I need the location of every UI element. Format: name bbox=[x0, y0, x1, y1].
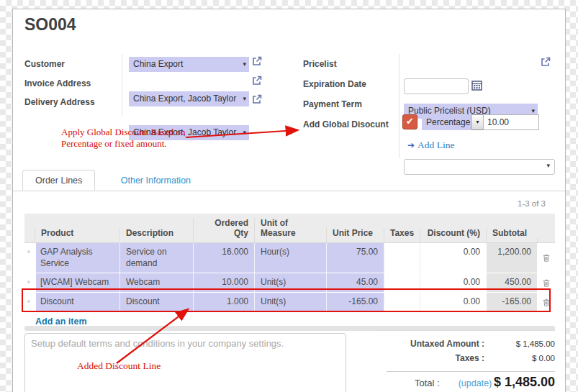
add-global-discount-label: Add Global Disocunt bbox=[303, 117, 389, 132]
cell-description[interactable]: Discount bbox=[119, 293, 193, 311]
customer-external-link-icon[interactable] bbox=[251, 55, 263, 70]
delete-row-button[interactable] bbox=[537, 293, 555, 311]
col-header-discount[interactable]: Discount (%) bbox=[420, 228, 486, 242]
total-value: $ 1,485.00 bbox=[492, 375, 555, 390]
row-handle[interactable] bbox=[24, 243, 36, 273]
col-header-product[interactable]: Product bbox=[35, 228, 119, 242]
terms-conditions-textarea[interactable] bbox=[24, 333, 346, 392]
table-row[interactable]: GAP Analysis Service Service on demand 1… bbox=[24, 243, 555, 273]
trash-icon bbox=[542, 298, 551, 307]
total-label: Total : bbox=[415, 378, 440, 388]
record-pager: 1-3 of 3 bbox=[518, 199, 546, 208]
left-form-separator bbox=[122, 54, 122, 116]
discount-type-value: Percentage bbox=[422, 114, 471, 130]
add-an-item-link[interactable]: Add an item bbox=[35, 316, 87, 327]
cell-unit-price[interactable]: 75.00 bbox=[326, 243, 384, 273]
tab-order-lines[interactable]: Order Lines bbox=[22, 170, 95, 191]
table-header-row: Product Description Ordered Qty Unit of … bbox=[24, 214, 555, 243]
cell-taxes[interactable] bbox=[384, 293, 420, 311]
global-discount-checkbox[interactable]: ✔ bbox=[402, 114, 417, 129]
delivery-address-label: Delivery Address bbox=[24, 95, 95, 109]
cell-product[interactable]: Discount bbox=[35, 293, 119, 311]
cell-qty[interactable]: 10.000 bbox=[193, 273, 254, 292]
cell-discount[interactable]: 0.00 bbox=[420, 293, 486, 311]
row-handle[interactable] bbox=[24, 273, 36, 292]
annotation-line2: Percentage or fixed amount. bbox=[61, 138, 167, 149]
chevron-down-icon: ▾ bbox=[243, 125, 246, 140]
page-title: SO004 bbox=[24, 15, 76, 35]
customer-select[interactable]: China Export ▾ bbox=[129, 57, 249, 72]
check-icon: ✔ bbox=[406, 116, 414, 127]
col-header-unit-price[interactable]: Unit Price bbox=[326, 228, 384, 242]
drag-dot-icon bbox=[27, 250, 30, 253]
trash-icon bbox=[542, 278, 551, 288]
taxes-value: $ 0.00 bbox=[484, 354, 555, 363]
untaxed-amount-label: Untaxed Amount : bbox=[376, 339, 484, 349]
col-header-subtotal[interactable]: Subtotal bbox=[486, 228, 537, 242]
cell-subtotal: 450.00 bbox=[486, 273, 537, 292]
col-header-taxes[interactable]: Taxes bbox=[384, 228, 420, 242]
cell-description[interactable]: Webcam bbox=[119, 273, 193, 292]
cell-unit-price[interactable]: 45.00 bbox=[326, 273, 384, 292]
col-header-unit-of-measure[interactable]: Unit of Measure bbox=[254, 218, 326, 242]
cell-taxes[interactable] bbox=[384, 243, 420, 273]
cell-uom[interactable]: Hour(s) bbox=[254, 243, 326, 273]
tab-bar: Order Lines Other Information bbox=[13, 169, 565, 191]
cell-discount[interactable]: 0.00 bbox=[420, 273, 486, 292]
right-form-separator bbox=[399, 54, 399, 158]
drag-dot-icon bbox=[27, 300, 30, 303]
annotation-line1: Apply Global Discount Based on bbox=[61, 127, 186, 137]
col-header-ordered-qty[interactable]: Ordered Qty bbox=[193, 218, 254, 242]
pricelist-label: Pricelist bbox=[303, 57, 337, 71]
cell-product[interactable]: [WCAM] Webcam bbox=[35, 273, 119, 292]
cell-description[interactable]: Service on demand bbox=[119, 243, 193, 273]
discount-type-select[interactable]: Percentage ▾ bbox=[422, 114, 484, 130]
update-total-link[interactable]: (update) bbox=[459, 378, 492, 388]
table-row[interactable]: [WCAM] Webcam Webcam 10.000 Unit(s) 45.0… bbox=[24, 273, 555, 293]
customer-value: China Export bbox=[133, 59, 183, 69]
chevron-down-icon: ▾ bbox=[546, 162, 550, 169]
untaxed-amount-value: $ 1,485.00 bbox=[484, 339, 555, 348]
tab-other-information[interactable]: Other Information bbox=[108, 170, 204, 191]
trash-icon bbox=[542, 253, 551, 263]
table-row-discount[interactable]: Discount Discount 1.000 Unit(s) -165.00 … bbox=[24, 293, 555, 312]
invoice-address-label: Invoice Address bbox=[24, 76, 91, 91]
delete-row-button[interactable] bbox=[537, 243, 555, 273]
discount-value-input[interactable] bbox=[483, 114, 539, 130]
cell-discount[interactable]: 0.00 bbox=[420, 243, 486, 273]
add-line-label: Add Line bbox=[417, 140, 454, 150]
pricelist-external-link-icon[interactable] bbox=[540, 56, 551, 70]
invoice-address-select[interactable]: China Export, Jacob Taylor ▾ bbox=[129, 91, 249, 106]
taxes-label: Taxes : bbox=[376, 353, 484, 363]
global-discount-annotation-text: Apply Global Discount Based on Percentag… bbox=[61, 127, 198, 150]
invoice-address-external-link-icon[interactable] bbox=[251, 75, 263, 89]
totals-panel: Untaxed Amount : $ 1,485.00 Taxes : $ 0.… bbox=[376, 330, 555, 392]
chevron-down-icon: ▾ bbox=[243, 91, 246, 106]
cell-subtotal: 1,200.00 bbox=[486, 243, 537, 273]
cell-uom[interactable]: Unit(s) bbox=[254, 273, 326, 292]
expiration-date-label: Expiration Date bbox=[303, 77, 366, 91]
col-header-description[interactable]: Description bbox=[119, 228, 193, 242]
cell-taxes[interactable] bbox=[384, 273, 420, 292]
cell-uom[interactable]: Unit(s) bbox=[254, 293, 326, 311]
invoice-address-value: China Export, Jacob Taylor bbox=[133, 94, 236, 104]
cell-product[interactable]: GAP Analysis Service bbox=[35, 243, 119, 273]
annotation-line3: Added Discount Line bbox=[77, 360, 161, 371]
cell-qty[interactable]: 1.000 bbox=[193, 293, 254, 311]
customer-label: Customer bbox=[24, 57, 65, 71]
delivery-address-external-link-icon[interactable] bbox=[251, 94, 263, 108]
calendar-icon[interactable] bbox=[471, 80, 482, 94]
row-handle[interactable] bbox=[24, 293, 36, 311]
expiration-date-input[interactable] bbox=[404, 78, 469, 94]
payment-term-label: Payment Term bbox=[303, 97, 362, 111]
chevron-down-icon: ▾ bbox=[243, 57, 246, 72]
totals-divider bbox=[387, 371, 555, 372]
blue-arrow-icon: ➔ bbox=[407, 140, 415, 150]
add-line-link[interactable]: ➔Add Line bbox=[407, 140, 454, 151]
cell-qty[interactable]: 16.000 bbox=[193, 243, 254, 273]
cell-subtotal: -165.00 bbox=[486, 293, 537, 311]
order-lines-table: Product Description Ordered Qty Unit of … bbox=[24, 214, 555, 329]
sale-order-form: SO004 Customer Invoice Address Delivery … bbox=[12, 9, 566, 392]
delete-row-button[interactable] bbox=[537, 273, 555, 292]
cell-unit-price[interactable]: -165.00 bbox=[326, 293, 384, 311]
